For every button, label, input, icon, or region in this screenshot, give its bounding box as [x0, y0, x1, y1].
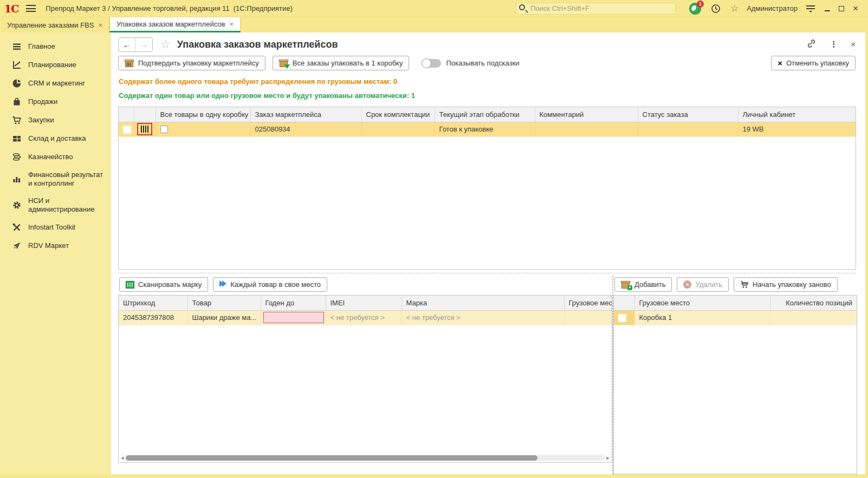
- show-hints-toggle[interactable]: Показывать подсказки: [422, 59, 519, 68]
- orders-header-row: Все товары в одну коробку Заказ маркетпл…: [119, 107, 856, 122]
- order-row[interactable]: 025080934 Готов к упаковке 19 WB: [119, 122, 856, 136]
- all-in-one-box-cell[interactable]: [156, 122, 250, 136]
- row-select-cell[interactable]: [119, 122, 134, 136]
- sidebar-item-finance[interactable]: Финансовый результат и контроллинг: [0, 166, 111, 192]
- info-message: Содержат один товар или одно грузовое ме…: [119, 91, 415, 100]
- sidebar-item-nsi-admin[interactable]: НСИ и администрирование: [0, 192, 111, 218]
- scroll-right-icon[interactable]: ►: [605, 455, 611, 461]
- status-cell[interactable]: [638, 122, 738, 136]
- restart-packing-button[interactable]: Начать упаковку заново: [734, 277, 838, 292]
- col-deadline: Срок комплектации: [361, 107, 435, 122]
- sidebar-item-label: Продажи: [28, 97, 57, 106]
- sidebar-item-main[interactable]: Главное: [0, 37, 111, 56]
- col-order: Заказ маркетплейса: [250, 107, 361, 122]
- sidebar-item-treasury[interactable]: Казначейство: [0, 148, 111, 166]
- barcode-button-focused[interactable]: [137, 123, 152, 135]
- sidebar-item-label: Финансовый результат и контроллинг: [28, 171, 106, 188]
- horizontal-scrollbar[interactable]: ◄ ►: [119, 454, 611, 462]
- order-number-cell[interactable]: 025080934: [250, 122, 361, 136]
- add-to-favorites-star-icon[interactable]: ☆: [160, 38, 171, 51]
- add-package-button[interactable]: + Добавить: [614, 277, 672, 292]
- valid-until-input[interactable]: [263, 312, 324, 323]
- toggle-label: Показывать подсказки: [446, 59, 519, 67]
- delete-package-button[interactable]: ✕ Удалить: [677, 277, 729, 292]
- restart-cart-icon: [740, 280, 749, 289]
- sidebar-item-crm[interactable]: CRM и маркетинг: [0, 74, 111, 93]
- box-plus-icon: +: [621, 280, 631, 289]
- search-input[interactable]: [516, 3, 676, 15]
- close-tab-icon[interactable]: ×: [98, 21, 102, 29]
- history-button[interactable]: [711, 4, 721, 14]
- row-checkbox[interactable]: [123, 126, 131, 134]
- main-menu-icon[interactable]: [26, 5, 36, 12]
- tab-fbs-orders[interactable]: Управление заказами FBS ×: [0, 17, 109, 32]
- tools-icon: [12, 222, 22, 232]
- main-content: ← → ☆ Упаковка заказов маркетплейсов ⋮ ×…: [111, 32, 865, 474]
- package-checkbox[interactable]: [618, 314, 626, 322]
- col-comment: Комментарий: [535, 107, 638, 122]
- more-menu-icon[interactable]: ⋮: [830, 40, 838, 48]
- scrollbar-thumb[interactable]: [126, 455, 537, 461]
- col-mark: Марка: [401, 296, 564, 310]
- row-barcode-cell[interactable]: [134, 122, 156, 136]
- button-label: Добавить: [634, 280, 665, 289]
- nav-forward-button[interactable]: →: [135, 38, 152, 51]
- bar-chart-icon: [12, 174, 22, 184]
- valid-until-cell[interactable]: [261, 310, 326, 325]
- mark-cell[interactable]: < не требуется >: [401, 310, 564, 325]
- col-barcode-num: Штрихкод: [119, 296, 187, 310]
- each-item-own-place-button[interactable]: Каждый товар в свое место: [213, 277, 327, 292]
- close-form-icon[interactable]: ×: [851, 40, 856, 48]
- box-arrow-icon: [279, 59, 289, 68]
- deadline-cell[interactable]: [361, 122, 435, 136]
- scan-mark-button[interactable]: Сканировать марку: [119, 277, 208, 292]
- service-menu-button[interactable]: [806, 4, 815, 13]
- sidebar-item-label: Казначейство: [28, 153, 73, 161]
- search-icon: [519, 4, 525, 10]
- sidebar-item-sales[interactable]: Продажи: [0, 93, 111, 111]
- sidebar-item-label: CRM и маркетинг: [28, 79, 85, 88]
- package-row[interactable]: Коробка 1: [614, 310, 857, 325]
- minimize-button[interactable]: [820, 6, 834, 11]
- package-select-cell[interactable]: [614, 310, 634, 325]
- all-in-one-box-checkbox[interactable]: [160, 126, 168, 133]
- items-header-row: Штрихкод Товар Годен до IMEI Марка Грузо…: [119, 296, 612, 310]
- confirm-packing-button[interactable]: Подтвердить упаковку маркетплейсу: [118, 56, 265, 70]
- positions-count-cell[interactable]: [770, 310, 857, 325]
- packages-table: Грузовое место Количество позиций Коробк…: [613, 295, 857, 474]
- sidebar-item-rdv-market[interactable]: RDV Маркет: [0, 237, 111, 255]
- package-name-cell[interactable]: Коробка 1: [634, 310, 770, 325]
- scroll-left-icon[interactable]: ◄: [119, 455, 126, 461]
- pack-all-one-box-button[interactable]: Все заказы упаковать в 1 коробку: [273, 56, 410, 70]
- rocket-icon: [12, 241, 22, 251]
- package-cell[interactable]: [564, 310, 612, 325]
- stage-cell[interactable]: Готов к упаковке: [435, 122, 535, 136]
- nav-back-button[interactable]: ←: [119, 38, 135, 51]
- sidebar-item-planning[interactable]: Планирование: [0, 56, 111, 74]
- global-search[interactable]: [516, 3, 676, 15]
- sidebar-item-infostart-toolkit[interactable]: Infostart Toolkit: [0, 218, 111, 237]
- tab-marketplace-packing[interactable]: Упаковка заказов маркетплейсов ×: [109, 17, 241, 32]
- cancel-packing-button[interactable]: × Отменить упаковку: [771, 56, 856, 70]
- comment-cell[interactable]: [535, 122, 638, 136]
- favorites-button[interactable]: ☆: [730, 3, 739, 14]
- notifications-button[interactable]: 1: [689, 3, 701, 15]
- bag-icon: [12, 97, 22, 107]
- pie-chart-icon: [12, 78, 22, 88]
- cabinet-cell[interactable]: 19 WB: [738, 122, 856, 136]
- sidebar-item-purchasing[interactable]: Закупки: [0, 111, 111, 129]
- maximize-button[interactable]: [834, 6, 848, 11]
- items-panel: Сканировать марку Каждый товар в свое ме…: [118, 276, 612, 474]
- scrollbar-track[interactable]: [126, 455, 605, 461]
- barcode-num-cell[interactable]: 2045387397808: [119, 310, 187, 325]
- imei-cell[interactable]: < не требуется >: [326, 310, 401, 325]
- sidebar-item-warehouse[interactable]: Склад и доставка: [0, 129, 111, 148]
- product-cell[interactable]: Шарики драже ма...: [187, 310, 261, 325]
- current-user[interactable]: Администратор: [747, 4, 798, 12]
- item-row[interactable]: 2045387397808 Шарики драже ма... < не тр…: [119, 310, 612, 325]
- app-window: 1С Препрод Маркет 3 / Управление торговл…: [0, 0, 868, 478]
- get-link-icon[interactable]: [806, 39, 817, 49]
- close-tab-icon[interactable]: ×: [229, 20, 234, 28]
- warning-message: Содержат более одного товара требуют рас…: [119, 77, 397, 86]
- close-window-button[interactable]: ×: [848, 3, 863, 14]
